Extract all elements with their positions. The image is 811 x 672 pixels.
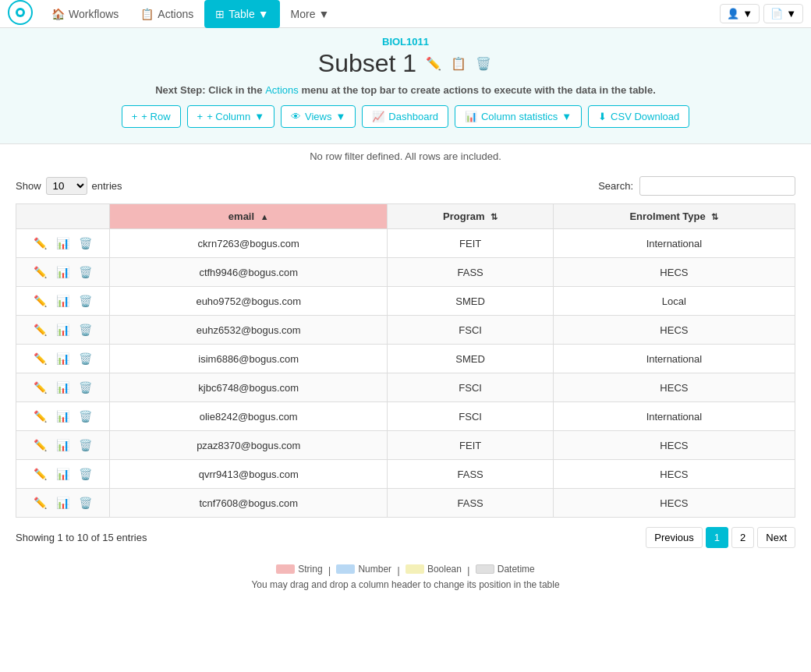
enrolment-cell: HECS — [553, 373, 795, 402]
views-button[interactable]: 👁 Views ▼ — [281, 105, 356, 128]
edit-row-button[interactable]: ✏️ — [32, 264, 48, 280]
column-stats-button[interactable]: 📊 Column statistics ▼ — [455, 105, 582, 128]
col-header-actions — [16, 204, 110, 229]
delete-row-button[interactable]: 🗑️ — [77, 351, 94, 366]
row-actions-cell: ✏️ 📊 🗑️ — [16, 258, 110, 287]
copy-title-button[interactable]: 📋 — [449, 55, 468, 73]
stats-row-button[interactable]: 📊 — [55, 409, 71, 424]
stats-row-button[interactable]: 📊 — [55, 466, 71, 482]
col-header-enrolment[interactable]: Enrolment Type ⇅ — [553, 204, 795, 229]
table-row: ✏️ 📊 🗑️ ckrn7263@bogus.comFEITInternatio… — [16, 229, 795, 258]
edit-row-button[interactable]: ✏️ — [32, 495, 48, 511]
delete-title-button[interactable]: 🗑️ — [474, 55, 493, 73]
page-title-row: Subset 1 ✏️ 📋 🗑️ — [0, 49, 811, 78]
enrolment-cell: International — [553, 402, 795, 431]
delete-row-button[interactable]: 🗑️ — [77, 380, 94, 395]
svg-point-2 — [18, 10, 23, 15]
add-column-icon: + — [197, 111, 204, 122]
page-2-button[interactable]: 2 — [731, 527, 754, 548]
search-input[interactable] — [639, 176, 795, 196]
stats-row-button[interactable]: 📊 — [55, 264, 71, 280]
pagination-summary: Showing 1 to 10 of 15 entries — [16, 532, 147, 543]
toolbar: + + Row + + Column ▼ 👁 Views ▼ 📈 Dashboa… — [0, 105, 811, 136]
dashboard-button[interactable]: 📈 Dashboard — [362, 105, 448, 128]
delete-row-button[interactable]: 🗑️ — [77, 235, 94, 251]
actions-link[interactable]: Actions — [265, 84, 299, 96]
program-cell: FSCI — [388, 316, 553, 345]
page-1-button[interactable]: 1 — [706, 527, 728, 548]
email-cell: qvrr9413@bogus.com — [110, 460, 388, 489]
program-sort-icon: ⇅ — [490, 212, 498, 221]
program-cell: FEIT — [388, 431, 553, 460]
edit-title-button[interactable]: ✏️ — [424, 55, 443, 73]
csv-download-button[interactable]: ⬇ CSV Download — [588, 105, 689, 128]
edit-row-button[interactable]: ✏️ — [32, 293, 48, 309]
edit-row-button[interactable]: ✏️ — [32, 322, 48, 338]
col-header-program[interactable]: Program ⇅ — [388, 204, 553, 229]
page-subtitle: BIOL1011 — [0, 36, 811, 48]
nav-table[interactable]: ⊞ Table ▼ — [204, 0, 279, 28]
edit-row-button[interactable]: ✏️ — [32, 437, 48, 453]
program-cell: FASS — [388, 258, 553, 287]
edit-row-button[interactable]: ✏️ — [32, 466, 48, 482]
nav-actions[interactable]: 📋 Actions — [129, 0, 204, 28]
row-actions-cell: ✏️ 📊 🗑️ — [16, 229, 110, 258]
delete-row-button[interactable]: 🗑️ — [77, 322, 94, 338]
stats-row-button[interactable]: 📊 — [55, 293, 71, 309]
stats-row-button[interactable]: 📊 — [55, 495, 71, 511]
legend-datetime: Datetime — [476, 564, 535, 575]
previous-page-button[interactable]: Previous — [646, 527, 703, 548]
table-body: ✏️ 📊 🗑️ ckrn7263@bogus.comFEITInternatio… — [16, 229, 795, 518]
entries-label: entries — [92, 180, 122, 192]
settings-dropdown-icon: ▼ — [786, 8, 796, 19]
views-dropdown-icon: ▼ — [335, 111, 345, 122]
boolean-color-box — [406, 564, 424, 574]
edit-row-button[interactable]: ✏️ — [32, 409, 48, 424]
edit-row-button[interactable]: ✏️ — [32, 380, 48, 395]
stats-row-button[interactable]: 📊 — [55, 437, 71, 453]
delete-row-button[interactable]: 🗑️ — [77, 466, 94, 482]
page-title: Subset 1 — [318, 49, 416, 78]
stats-row-button[interactable]: 📊 — [55, 380, 71, 395]
program-cell: FEIT — [388, 229, 553, 258]
email-cell: kjbc6748@bogus.com — [110, 373, 388, 402]
edit-row-button[interactable]: ✏️ — [32, 235, 48, 251]
table-row: ✏️ 📊 🗑️ ctfh9946@bogus.comFASSHECS — [16, 258, 795, 287]
enrolment-cell: International — [553, 229, 795, 258]
add-column-button[interactable]: + + Column ▼ — [187, 105, 274, 128]
stats-row-button[interactable]: 📊 — [55, 322, 71, 338]
program-cell: FASS — [388, 460, 553, 489]
enrolment-cell: HECS — [553, 316, 795, 345]
stats-row-button[interactable]: 📊 — [55, 235, 71, 251]
program-cell: FASS — [388, 489, 553, 518]
datetime-color-box — [476, 564, 494, 574]
add-row-button[interactable]: + + Row — [122, 105, 181, 128]
col-header-email[interactable]: email ▲ — [110, 204, 388, 229]
program-cell: SMED — [388, 345, 553, 373]
enrolment-cell: HECS — [553, 460, 795, 489]
email-cell: tcnf7608@bogus.com — [110, 489, 388, 518]
delete-row-button[interactable]: 🗑️ — [77, 495, 94, 511]
settings-button[interactable]: 📄 ▼ — [763, 4, 803, 23]
column-dropdown-icon: ▼ — [254, 111, 264, 122]
stats-row-button[interactable]: 📊 — [55, 351, 71, 366]
delete-row-button[interactable]: 🗑️ — [77, 437, 94, 453]
email-sort-asc-icon: ▲ — [260, 212, 269, 221]
entries-select[interactable]: 10 25 50 100 — [46, 177, 87, 195]
nav-workflows[interactable]: 🏠 Workflows — [41, 0, 129, 28]
table-wrapper: email ▲ Program ⇅ Enrolment Type ⇅ ✏️ 📊 … — [0, 203, 811, 518]
edit-row-button[interactable]: ✏️ — [32, 351, 48, 366]
delete-row-button[interactable]: 🗑️ — [77, 293, 94, 309]
next-page-button[interactable]: Next — [757, 527, 795, 548]
delete-row-button[interactable]: 🗑️ — [77, 264, 94, 280]
delete-row-button[interactable]: 🗑️ — [77, 409, 94, 424]
enrolment-cell: HECS — [553, 489, 795, 518]
views-icon: 👁 — [291, 111, 301, 122]
settings-icon: 📄 — [770, 8, 783, 19]
enrolment-sort-icon: ⇅ — [711, 212, 718, 221]
enrolment-cell: Local — [553, 287, 795, 316]
nav-more[interactable]: More ▼ — [280, 0, 341, 28]
table-controls: Show 10 25 50 100 entries Search: — [0, 168, 811, 203]
email-cell: ckrn7263@bogus.com — [110, 229, 388, 258]
user-menu-button[interactable]: 👤 ▼ — [720, 4, 760, 23]
